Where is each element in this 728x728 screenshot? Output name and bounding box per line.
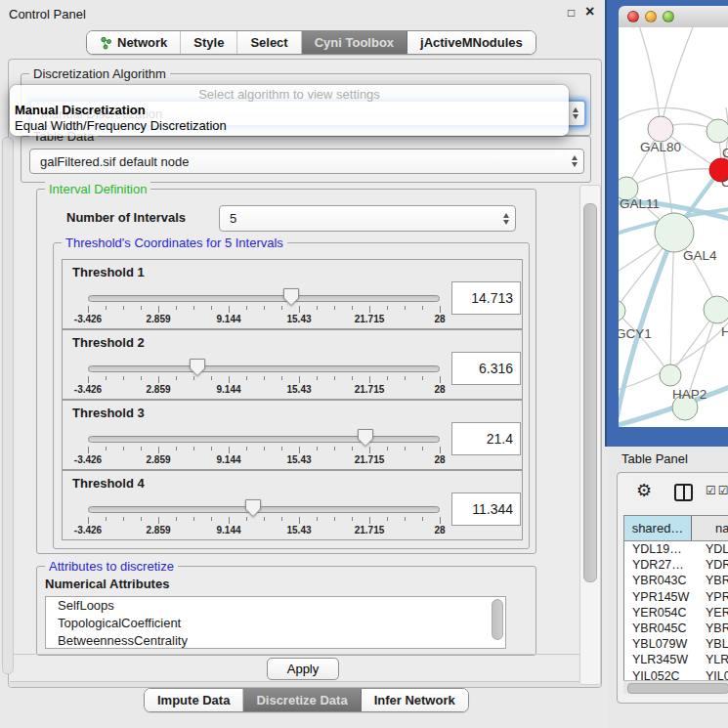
tab-impute-data[interactable]: Impute Data: [145, 689, 243, 711]
group-title-discretization-algorithm: Discretization Algorithm: [29, 66, 170, 81]
network-node[interactable]: [655, 213, 694, 252]
table-row[interactable]: YLR345WYLR3: [624, 652, 728, 667]
attribute-list-item[interactable]: SelfLoops: [46, 597, 505, 615]
slider-tick-label: 15.43: [278, 314, 321, 324]
float-window-icon[interactable]: □: [568, 6, 575, 20]
slider-tick-label: 2.859: [137, 384, 180, 395]
attribute-list-item[interactable]: BetweennessCentrality: [46, 632, 505, 649]
slider-minor-tick: [106, 376, 107, 380]
slider-minor-tick: [246, 447, 247, 450]
numerical-attributes-list[interactable]: SelfLoopsTopologicalCoefficientBetweenne…: [45, 596, 506, 649]
slider-minor-tick: [176, 517, 177, 521]
close-traffic-light-icon[interactable]: [627, 11, 639, 22]
table-row[interactable]: YBR045CYBR0: [624, 621, 728, 636]
slider-minor-tick: [176, 447, 177, 450]
checkbox-columns-icon[interactable]: ☑☑: [706, 484, 728, 497]
slider-tick-label: 21.715: [348, 454, 391, 465]
slider-major-tick: [158, 376, 159, 383]
slider-minor-tick: [387, 376, 388, 380]
threshold-value-field[interactable]: 6.316: [451, 352, 521, 385]
network-view-canvas[interactable]: GAL80GACGAL11GAL4GCY1HHAP2: [619, 27, 728, 427]
slider-thumb[interactable]: [282, 287, 300, 311]
network-node[interactable]: [660, 364, 681, 386]
slider-tick-label: 28: [418, 454, 461, 465]
cell-name: YDR2: [699, 557, 728, 573]
algorithm-option-equal-width[interactable]: Equal Width/Frequency Discretization: [15, 118, 564, 134]
network-edge[interactable]: [670, 233, 674, 375]
threshold-value-field[interactable]: 14.713: [451, 281, 521, 315]
slider-tick-label: 28: [418, 314, 461, 324]
table-hscrollbar[interactable]: [623, 680, 728, 694]
slider-track[interactable]: [88, 295, 440, 302]
slider-tick-label: -3.426: [66, 314, 109, 324]
slider-thumb[interactable]: [244, 498, 262, 522]
slider-major-tick: [229, 306, 230, 313]
table-hscrollbar-thumb[interactable]: [627, 683, 728, 694]
number-of-intervals-combobox[interactable]: 5: [219, 205, 516, 232]
slider-minor-tick: [317, 447, 318, 450]
slider-track[interactable]: [88, 436, 440, 443]
column-header-name[interactable]: name: [692, 516, 728, 540]
slider-thumb[interactable]: [357, 428, 374, 451]
algorithm-option-manual[interactable]: Manual Discretization: [15, 103, 564, 118]
slider-major-tick: [369, 376, 370, 383]
slider-tick-label: -3.426: [66, 525, 109, 535]
attributes-list-scrollbar[interactable]: [492, 599, 503, 640]
slider-tick-label: 28: [418, 525, 461, 535]
table-row[interactable]: YBL079WYBL0: [624, 636, 728, 652]
slider-major-tick: [440, 306, 441, 313]
slider-minor-tick: [405, 517, 406, 521]
slider-major-tick: [158, 306, 159, 313]
split-columns-icon[interactable]: [674, 484, 693, 501]
network-edge[interactable]: [661, 27, 695, 129]
network-edge[interactable]: [638, 27, 661, 129]
network-node[interactable]: [704, 296, 728, 323]
zoom-traffic-light-icon[interactable]: [663, 11, 674, 22]
cell-name: YDL1: [699, 541, 728, 557]
table-data-combobox[interactable]: galFiltered.sif default node: [29, 149, 584, 174]
slider-minor-tick: [281, 517, 282, 521]
tab-discretize-data[interactable]: Discretize Data: [243, 689, 361, 711]
attribute-list-item[interactable]: TopologicalCoefficient: [46, 615, 505, 632]
network-window-titlebar[interactable]: [619, 6, 728, 28]
cell-shared-name: YDR27…: [624, 557, 699, 573]
content-scrollbar-track[interactable]: [579, 185, 601, 685]
network-node-label: GCY1: [619, 326, 652, 341]
tab-jactivemnodules[interactable]: jActiveMNodules: [407, 31, 535, 54]
table-row[interactable]: YDR27…YDR2: [624, 557, 728, 573]
column-header-shared-name[interactable]: shared…: [624, 516, 692, 540]
network-node[interactable]: [648, 116, 673, 142]
slider-minor-tick: [211, 447, 212, 450]
slider-tick-label: 21.715: [348, 525, 391, 535]
table-row[interactable]: YDL19…YDL1: [624, 541, 728, 557]
table-row[interactable]: YBR043CYBR0: [624, 573, 728, 588]
content-scrollbar-thumb[interactable]: [583, 203, 597, 582]
gear-icon[interactable]: ⚙: [636, 480, 652, 501]
slider-track[interactable]: [88, 365, 440, 372]
threshold-value-field[interactable]: 21.4: [451, 422, 521, 455]
slider-thumb[interactable]: [189, 358, 206, 381]
group-title-thresholds: Threshold's Coordinates for 5 Intervals: [62, 236, 287, 250]
tab-select[interactable]: Select: [237, 31, 301, 54]
table-row[interactable]: YPR145WYPR1: [624, 589, 728, 605]
apply-button[interactable]: Apply: [267, 658, 339, 680]
numerical-attributes-label: Numerical Attributes: [45, 577, 169, 591]
left-scrollbar-track[interactable]: [2, 137, 14, 674]
table-row[interactable]: YER054CYER0: [624, 605, 728, 621]
slider-tick-label: -3.426: [66, 384, 109, 395]
slider-minor-tick: [281, 376, 282, 380]
tab-network[interactable]: Network: [87, 31, 181, 54]
slider-tick-label: 28: [418, 384, 461, 395]
network-node[interactable]: [707, 119, 728, 143]
close-window-icon[interactable]: ×: [585, 3, 594, 21]
network-node[interactable]: [619, 300, 625, 321]
threshold-value-field[interactable]: 11.344: [451, 492, 521, 526]
tab-infer-network[interactable]: Infer Network: [362, 689, 468, 711]
slider-track[interactable]: [88, 506, 440, 513]
network-edge-thick[interactable]: [619, 233, 674, 418]
slider-major-tick: [440, 517, 441, 524]
minimize-traffic-light-icon[interactable]: [645, 11, 657, 22]
slider-minor-tick: [193, 447, 194, 450]
tab-style[interactable]: Style: [181, 31, 237, 54]
tab-cyni-toolbox[interactable]: Cyni Toolbox: [302, 31, 407, 54]
